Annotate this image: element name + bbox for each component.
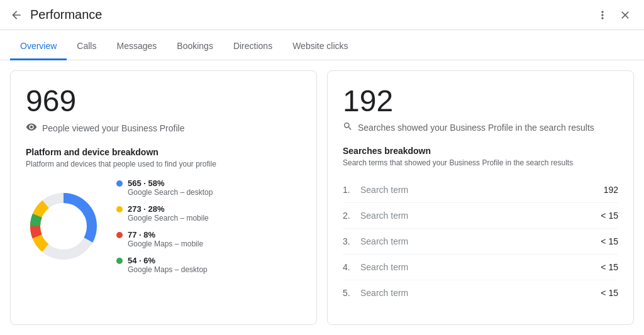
- search-item-2: 2. Search term < 15: [343, 203, 618, 229]
- breakdown-title: Platform and device breakdown: [26, 147, 301, 157]
- legend-value-2: 77 · 8%: [128, 230, 203, 239]
- legend-dot-green: [116, 258, 123, 264]
- searches-card: 192 Searches showed your Business Profil…: [327, 70, 634, 325]
- legend-label-3: Google Maps – desktop: [128, 265, 208, 274]
- tab-directions[interactable]: Directions: [223, 33, 282, 60]
- search-item-3: 3. Search term < 15: [343, 229, 618, 255]
- search-count-4: < 15: [601, 262, 618, 272]
- legend-item-desktop-search: 565 · 58% Google Search – desktop: [116, 178, 213, 197]
- eye-icon: [26, 121, 37, 135]
- search-term-3: Search term: [360, 236, 601, 246]
- back-button[interactable]: [10, 9, 23, 21]
- legend-label-0: Google Search – desktop: [128, 188, 213, 197]
- legend-dot-yellow: [116, 206, 123, 212]
- chart-legend: 565 · 58% Google Search – desktop 273 · …: [116, 178, 213, 274]
- searches-breakdown-title: Searches breakdown: [343, 146, 618, 156]
- breakdown-subtitle: Platform and devices that people used to…: [26, 160, 301, 168]
- search-count-2: < 15: [601, 211, 618, 221]
- chart-container: 565 · 58% Google Search – desktop 273 · …: [26, 178, 301, 274]
- searches-breakdown-subtitle: Search terms that showed your Business P…: [343, 158, 618, 167]
- search-num-2: 2.: [343, 211, 355, 221]
- search-item-1: 1. Search term 192: [343, 177, 618, 203]
- legend-value-0: 565 · 58%: [128, 178, 213, 188]
- tabs-bar: Overview Calls Messages Bookings Directi…: [0, 30, 644, 60]
- views-label-text: People viewed your Business Profile: [42, 123, 184, 133]
- search-num-5: 5.: [343, 288, 355, 298]
- search-term-5: Search term: [360, 288, 601, 298]
- legend-label-1: Google Search – mobile: [128, 214, 209, 222]
- tab-bookings[interactable]: Bookings: [167, 33, 223, 60]
- tab-messages[interactable]: Messages: [106, 33, 167, 60]
- legend-dot-red: [116, 232, 123, 238]
- legend-dot-blue: [116, 180, 123, 187]
- close-button[interactable]: [616, 6, 634, 24]
- search-num-4: 4.: [343, 262, 355, 272]
- legend-value-1: 273 · 28%: [128, 204, 209, 214]
- page-title: Performance: [30, 8, 594, 22]
- search-list: 1. Search term 192 2. Search term < 15 3…: [343, 177, 618, 305]
- search-term-1: Search term: [360, 185, 604, 195]
- donut-chart: [26, 189, 101, 264]
- tab-calls[interactable]: Calls: [67, 33, 106, 60]
- legend-label-2: Google Maps – mobile: [128, 239, 203, 248]
- main-content: 969 People viewed your Business Profile …: [0, 60, 644, 335]
- search-num-3: 3.: [343, 236, 355, 246]
- search-icon: [343, 121, 353, 133]
- searches-stat-label: Searches showed your Business Profile in…: [343, 121, 618, 133]
- search-term-2: Search term: [360, 211, 601, 221]
- searches-label-text: Searches showed your Business Profile in…: [358, 123, 594, 133]
- views-stat: 969: [26, 86, 301, 116]
- search-num-1: 1.: [343, 185, 355, 195]
- header: Performance: [0, 0, 644, 30]
- legend-value-3: 54 · 6%: [128, 256, 208, 265]
- tab-website-clicks[interactable]: Website clicks: [282, 33, 358, 60]
- search-count-3: < 15: [601, 236, 618, 246]
- search-count-1: 192: [604, 185, 618, 195]
- tab-overview[interactable]: Overview: [10, 33, 67, 60]
- search-term-4: Search term: [360, 262, 601, 272]
- legend-item-maps-mobile: 77 · 8% Google Maps – mobile: [116, 230, 213, 248]
- search-item-5: 5. Search term < 15: [343, 280, 618, 305]
- more-options-button[interactable]: [594, 6, 611, 24]
- views-stat-label: People viewed your Business Profile: [26, 121, 301, 135]
- legend-item-mobile-search: 273 · 28% Google Search – mobile: [116, 204, 213, 222]
- search-item-4: 4. Search term < 15: [343, 255, 618, 280]
- views-card: 969 People viewed your Business Profile …: [10, 70, 317, 325]
- legend-item-maps-desktop: 54 · 6% Google Maps – desktop: [116, 256, 213, 274]
- header-actions: [594, 6, 634, 24]
- searches-stat: 192: [343, 86, 618, 116]
- search-count-5: < 15: [601, 288, 618, 298]
